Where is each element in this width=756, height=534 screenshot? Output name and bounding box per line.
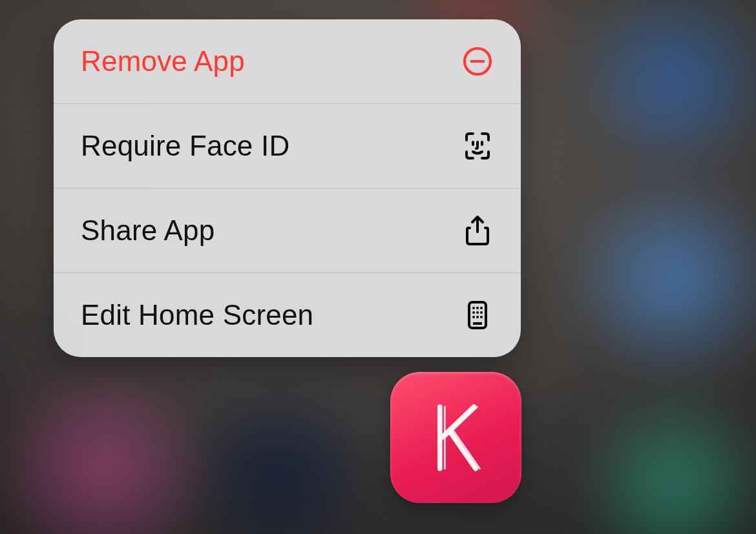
svg-point-5 bbox=[472, 307, 475, 309]
apps-grid-icon bbox=[461, 299, 494, 331]
svg-point-13 bbox=[480, 316, 483, 318]
remove-app-label: Remove App bbox=[81, 45, 245, 77]
require-face-id-label: Require Face ID bbox=[81, 130, 289, 162]
minus-circle-icon bbox=[461, 45, 494, 77]
require-face-id-item[interactable]: Require Face ID bbox=[54, 103, 521, 188]
share-app-item[interactable]: Share App bbox=[54, 188, 521, 272]
app-icon-letter-k bbox=[415, 397, 497, 478]
svg-point-11 bbox=[472, 316, 475, 318]
remove-app-item[interactable]: Remove App bbox=[54, 19, 521, 103]
app-icon[interactable] bbox=[390, 372, 521, 503]
svg-point-10 bbox=[480, 311, 483, 314]
share-app-label: Share App bbox=[81, 214, 215, 247]
edit-home-screen-label: Edit Home Screen bbox=[81, 299, 313, 331]
edit-home-screen-item[interactable]: Edit Home Screen bbox=[54, 272, 521, 357]
svg-point-7 bbox=[480, 307, 483, 309]
face-id-icon bbox=[461, 130, 494, 162]
app-context-menu: Remove App Require Face ID bbox=[54, 19, 521, 357]
svg-point-6 bbox=[476, 307, 479, 309]
share-icon bbox=[461, 214, 494, 247]
svg-point-12 bbox=[476, 316, 479, 318]
svg-point-8 bbox=[472, 311, 475, 314]
svg-point-9 bbox=[476, 311, 479, 314]
